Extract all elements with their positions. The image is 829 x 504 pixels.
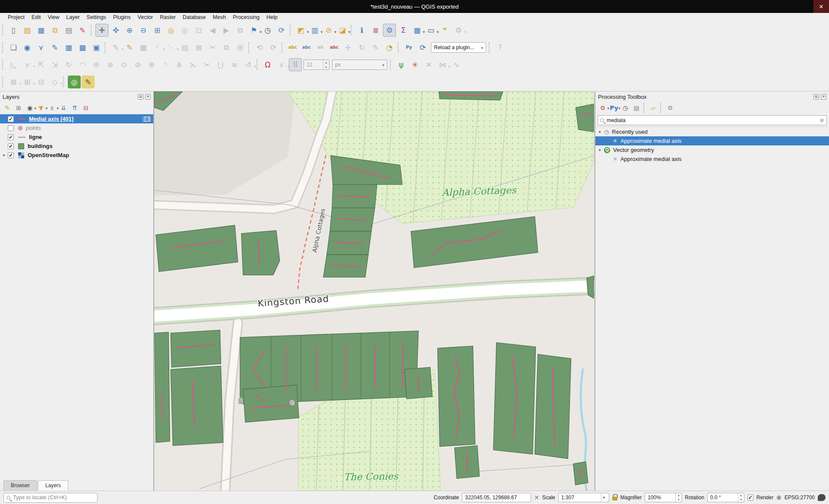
algorithm-approximate-medial-axis[interactable]: ✳Approximate medial axis	[595, 136, 829, 145]
dock-tab-browser[interactable]: Browser	[3, 480, 37, 491]
toolbox-settings-wrench-button[interactable]: ⚙	[665, 103, 675, 113]
layout-manager-button[interactable]: ▤	[62, 24, 75, 37]
close-panel-icon[interactable]	[145, 94, 151, 100]
zoom-out-button[interactable]: ⊖	[137, 24, 150, 37]
map-tips-button[interactable]: ❝	[438, 24, 451, 37]
processing-search[interactable]	[598, 115, 827, 125]
window-close-button[interactable]: ✕	[813, 0, 829, 13]
memory-layer-icon[interactable]	[143, 117, 151, 122]
bookmarks-button[interactable]: ⚑	[247, 24, 260, 37]
menu-layer[interactable]: Layer	[63, 14, 83, 21]
close-panel-icon[interactable]	[821, 94, 826, 100]
select-by-expression-button[interactable]: ◪	[336, 24, 349, 37]
dock-tab-layers[interactable]: Layers	[38, 480, 68, 491]
new-mesh-layer-button[interactable]: ▩	[76, 41, 89, 54]
history-button[interactable]: ◷	[620, 103, 630, 113]
measure-button[interactable]: ▭	[424, 24, 437, 37]
zoom-full-button[interactable]: ⊞	[151, 24, 164, 37]
plugin-reloader-combo[interactable]: Reload a plugin...	[431, 42, 486, 53]
float-panel-icon[interactable]	[813, 94, 819, 100]
float-panel-icon[interactable]	[138, 94, 143, 100]
manage-map-themes-button[interactable]: ◉	[25, 103, 35, 113]
render-checkbox[interactable]	[747, 495, 753, 501]
python-scripts-button[interactable]: Py	[609, 103, 619, 113]
add-vector-layer-button[interactable]: ◉	[21, 41, 34, 54]
menu-processing[interactable]: Processing	[229, 14, 263, 21]
snap-marker-toggle-button[interactable]: ⠿	[289, 58, 302, 71]
new-shapefile-layer-button[interactable]: ⋎	[35, 41, 47, 54]
clear-search-icon[interactable]	[820, 117, 824, 123]
zoom-to-layer-button[interactable]: ◎	[165, 24, 177, 37]
new-geopackage-layer-button[interactable]: ✎	[48, 41, 61, 54]
tracing-offset-button[interactable]: ✳	[408, 58, 421, 71]
menu-raster[interactable]: Raster	[156, 14, 179, 21]
open-project-button[interactable]: ▨	[21, 24, 34, 37]
map-refresh-button[interactable]: ⟳	[275, 24, 288, 37]
extents-toggle-icon[interactable]	[534, 494, 539, 501]
new-scratch-layer-button[interactable]: ▣	[90, 41, 103, 54]
data-source-manager-button[interactable]: ❏	[7, 41, 20, 54]
spin-arrows-icon[interactable]: ▲▼	[738, 493, 744, 502]
new-project-button[interactable]: ▯	[7, 24, 20, 37]
spin-arrows-icon[interactable]: ▲▼	[675, 493, 681, 502]
style-manager-button[interactable]: ✎	[76, 24, 89, 37]
python-console-button[interactable]: Py	[402, 41, 415, 54]
layer-visibility-checkbox[interactable]	[8, 152, 14, 158]
zoom-in-button[interactable]: ⊕	[123, 24, 136, 37]
select-features-button[interactable]: ◩	[294, 24, 307, 37]
collapse-all-button[interactable]: ⇈	[70, 103, 80, 113]
toggle-editing-button[interactable]: ✎	[123, 41, 136, 54]
remove-layer-button[interactable]: ⊟	[81, 103, 91, 113]
show-hide-labels-button[interactable]: abc	[328, 41, 341, 54]
expander-icon[interactable]	[595, 148, 604, 152]
processing-toolbox-button[interactable]: ⚙	[383, 24, 396, 37]
menu-help[interactable]: Help	[263, 14, 281, 21]
save-project-button[interactable]: ▦	[35, 24, 47, 37]
map-canvas[interactable]: B e Alpha Cottages Kingston Road The Con…	[154, 91, 595, 491]
layer-diagram-button[interactable]: abc	[300, 41, 313, 54]
toolbox-gears-button[interactable]: ⚙	[598, 103, 608, 113]
processing-group-recently-used[interactable]: ◷Recently used	[595, 127, 829, 136]
scale-combo[interactable]: 1:307	[558, 493, 609, 502]
layer-row-buildings[interactable]: buildings	[0, 142, 153, 151]
layer-row-medial-axis-401[interactable]: Medial axis [401]	[0, 114, 153, 123]
new-virtual-layer-button[interactable]: ▦	[62, 41, 75, 54]
crs-indicator[interactable]: EPSG:27700	[785, 495, 815, 501]
temporal-controller-button[interactable]: ◷	[261, 24, 274, 37]
layer-visibility-checkbox[interactable]	[8, 125, 14, 131]
processing-group-vector-geometry[interactable]: QVector geometry	[595, 145, 829, 154]
deselect-features-button[interactable]: ⊘	[322, 24, 335, 37]
zoom-level-tool-button[interactable]: ◎	[68, 76, 81, 88]
filter-by-expression-button[interactable]: ε	[47, 103, 57, 113]
menu-project[interactable]: Project	[4, 14, 28, 21]
menu-vector[interactable]: Vector	[134, 14, 156, 21]
layer-row-openstreetmap[interactable]: OpenStreetMap	[0, 151, 153, 160]
quickosm-tool-button[interactable]: ✎	[82, 76, 95, 88]
enable-tracing-button[interactable]: ψ	[395, 58, 408, 71]
menu-database[interactable]: Database	[179, 14, 209, 21]
menu-plugins[interactable]: Plugins	[110, 14, 134, 21]
layer-labeling-button[interactable]: abc	[286, 41, 299, 54]
enable-snapping-button[interactable]: Ω	[261, 58, 274, 71]
edit-features-in-place-button[interactable]: ▱	[648, 103, 658, 113]
menu-edit[interactable]: Edit	[28, 14, 44, 21]
open-layer-styling-button[interactable]: ✎	[2, 103, 13, 113]
select-by-form-button[interactable]: ▥	[308, 24, 321, 37]
print-layout-button[interactable]: ⧉	[48, 24, 61, 37]
expander-icon[interactable]	[0, 153, 8, 158]
menu-mesh[interactable]: Mesh	[209, 14, 230, 21]
layer-row-ligne[interactable]: ligne	[0, 132, 153, 142]
statistics-button[interactable]: ≣	[369, 24, 382, 37]
menu-settings[interactable]: Settings	[83, 14, 110, 21]
rotation-spinner[interactable]: 0.0 ° ▲▼	[707, 493, 744, 502]
messages-button[interactable]	[818, 494, 826, 501]
attribute-table-button[interactable]: ▦	[411, 24, 424, 37]
add-group-button[interactable]: ⊞	[13, 103, 24, 113]
expander-icon[interactable]	[595, 129, 604, 134]
locator-search[interactable]	[3, 493, 98, 503]
layer-visibility-checkbox[interactable]	[8, 143, 14, 149]
expand-all-button[interactable]: ⇊	[58, 103, 69, 113]
results-viewer-button[interactable]: ▤	[631, 103, 642, 113]
layer-visibility-checkbox[interactable]	[8, 134, 14, 140]
layer-row-points[interactable]: points	[0, 123, 153, 132]
